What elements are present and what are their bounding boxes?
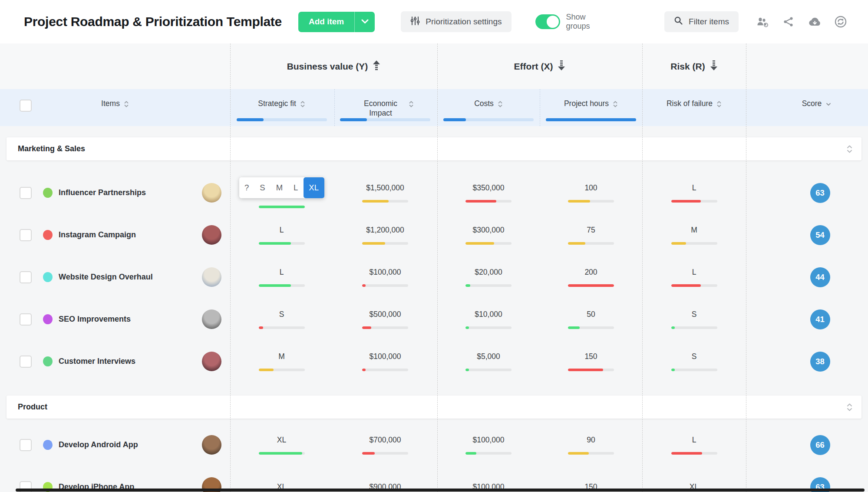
costs-cell[interactable]: $100,000: [437, 466, 540, 492]
row-checkbox[interactable]: [20, 187, 32, 199]
column-header-score[interactable]: Score: [746, 89, 868, 126]
item-name[interactable]: Influencer Partnerships: [59, 188, 146, 197]
column-header-project-hours[interactable]: Project hours: [540, 89, 642, 126]
column-header-economic-impact[interactable]: Economic Impact: [333, 89, 437, 126]
avatar[interactable]: [202, 352, 221, 371]
strategic-fit-cell[interactable]: XL: [230, 466, 333, 492]
risk-of-failure-cell[interactable]: L: [642, 256, 746, 298]
costs-cell[interactable]: $300,000: [437, 214, 540, 256]
costs-cell[interactable]: $100,000: [437, 424, 540, 466]
column-header-costs[interactable]: Costs: [437, 89, 540, 126]
row-checkbox[interactable]: [20, 313, 32, 326]
size-option-M[interactable]: M: [271, 177, 288, 198]
costs-cell[interactable]: $5,000: [437, 340, 540, 382]
prioritization-settings-button[interactable]: Prioritization settings: [401, 11, 511, 32]
costs-cell[interactable]: $350,000: [437, 172, 540, 214]
add-item-dropdown-button[interactable]: [354, 12, 375, 32]
strategic-fit-cell[interactable]: S: [230, 298, 333, 340]
weight-slider[interactable]: [443, 118, 534, 121]
size-option-?[interactable]: ?: [239, 177, 254, 198]
weight-slider[interactable]: [237, 118, 327, 121]
row-checkbox[interactable]: [20, 439, 32, 451]
value-meter: [671, 242, 717, 245]
score-badge[interactable]: 54: [810, 225, 830, 245]
risk-of-failure-cell[interactable]: XL: [642, 466, 746, 492]
weight-slider[interactable]: [546, 118, 636, 121]
value-meter: [259, 284, 305, 287]
item-name[interactable]: SEO Improvements: [59, 315, 131, 324]
group-header-row[interactable]: Marketing & Sales: [7, 137, 861, 160]
score-cell: 38: [746, 340, 868, 382]
collapse-chevrons-icon[interactable]: [846, 144, 853, 154]
strategic-fit-cell[interactable]: L: [230, 256, 333, 298]
row-checkbox[interactable]: [20, 356, 32, 368]
project-hours-cell[interactable]: 100: [540, 172, 642, 214]
value-meter: [568, 284, 614, 287]
column-header-items[interactable]: Items: [0, 89, 230, 126]
project-hours-cell[interactable]: 75: [540, 214, 642, 256]
sync-icon[interactable]: [834, 15, 847, 28]
score-badge[interactable]: 41: [810, 309, 830, 329]
risk-of-failure-cell[interactable]: L: [642, 172, 746, 214]
risk-of-failure-cell[interactable]: S: [642, 340, 746, 382]
economic-impact-cell[interactable]: $1,200,000: [333, 214, 437, 256]
score-badge[interactable]: 63: [810, 183, 830, 203]
project-hours-cell[interactable]: 150: [540, 466, 642, 492]
economic-impact-cell[interactable]: $500,000: [333, 298, 437, 340]
column-group-effort[interactable]: Effort (X): [437, 60, 642, 73]
costs-cell[interactable]: $10,000: [437, 298, 540, 340]
group-header-row[interactable]: Product: [7, 396, 861, 419]
economic-impact-cell[interactable]: $100,000: [333, 340, 437, 382]
item-name[interactable]: Develop Android App: [59, 440, 138, 449]
strategic-fit-cell[interactable]: ?SMLXL: [230, 172, 333, 214]
item-name[interactable]: Customer Interviews: [59, 357, 135, 366]
column-header-risk-of-failure[interactable]: Risk of failure: [642, 89, 746, 126]
risk-of-failure-cell[interactable]: L: [642, 424, 746, 466]
risk-of-failure-cell[interactable]: S: [642, 298, 746, 340]
add-item-button[interactable]: Add item: [298, 12, 354, 32]
strategic-fit-cell[interactable]: M: [230, 340, 333, 382]
risk-of-failure-cell[interactable]: M: [642, 214, 746, 256]
item-name[interactable]: Instagram Campaign: [59, 230, 136, 239]
avatar[interactable]: [202, 309, 221, 329]
column-header-strategic-fit[interactable]: Strategic fit: [230, 89, 333, 126]
size-option-XL[interactable]: XL: [304, 177, 324, 198]
cloud-download-icon[interactable]: [808, 15, 821, 28]
column-group-business-value[interactable]: Business value (Y): [230, 60, 437, 73]
cell-value: $500,000: [370, 310, 401, 319]
economic-impact-cell[interactable]: $900,000: [333, 466, 437, 492]
row-checkbox[interactable]: [20, 271, 32, 283]
score-badge[interactable]: 44: [810, 267, 830, 287]
size-option-L[interactable]: L: [288, 177, 304, 198]
project-hours-cell[interactable]: 150: [540, 340, 642, 382]
score-badge[interactable]: 38: [810, 352, 830, 372]
filter-items-button[interactable]: Filter items: [664, 11, 739, 32]
economic-impact-cell[interactable]: $700,000: [333, 424, 437, 466]
score-badge[interactable]: 66: [810, 435, 830, 455]
strategic-fit-cell[interactable]: XL: [230, 424, 333, 466]
select-all-checkbox[interactable]: [20, 100, 32, 112]
project-hours-cell[interactable]: 90: [540, 424, 642, 466]
size-option-S[interactable]: S: [254, 177, 271, 198]
economic-impact-cell[interactable]: $1,500,000: [333, 172, 437, 214]
share-icon[interactable]: [782, 15, 795, 28]
avatar[interactable]: [202, 183, 221, 203]
avatar[interactable]: [202, 435, 221, 455]
weight-slider[interactable]: [340, 118, 430, 121]
project-hours-cell[interactable]: 50: [540, 298, 642, 340]
item-name[interactable]: Website Design Overhaul: [59, 273, 153, 282]
economic-impact-cell[interactable]: $100,000: [333, 256, 437, 298]
costs-cell[interactable]: $20,000: [437, 256, 540, 298]
horizontal-scrollbar[interactable]: [16, 489, 865, 492]
strategic-fit-cell[interactable]: L: [230, 214, 333, 256]
size-selector[interactable]: ?SMLXL: [239, 177, 324, 198]
invite-users-icon[interactable]: [756, 15, 769, 28]
column-group-risk[interactable]: Risk (R): [642, 60, 746, 73]
show-groups-toggle[interactable]: [535, 14, 560, 29]
project-hours-cell[interactable]: 200: [540, 256, 642, 298]
avatar[interactable]: [202, 267, 221, 287]
row-checkbox[interactable]: [20, 229, 32, 241]
collapse-chevrons-icon[interactable]: [846, 402, 853, 412]
avatar[interactable]: [202, 225, 221, 245]
value-meter: [259, 242, 305, 245]
